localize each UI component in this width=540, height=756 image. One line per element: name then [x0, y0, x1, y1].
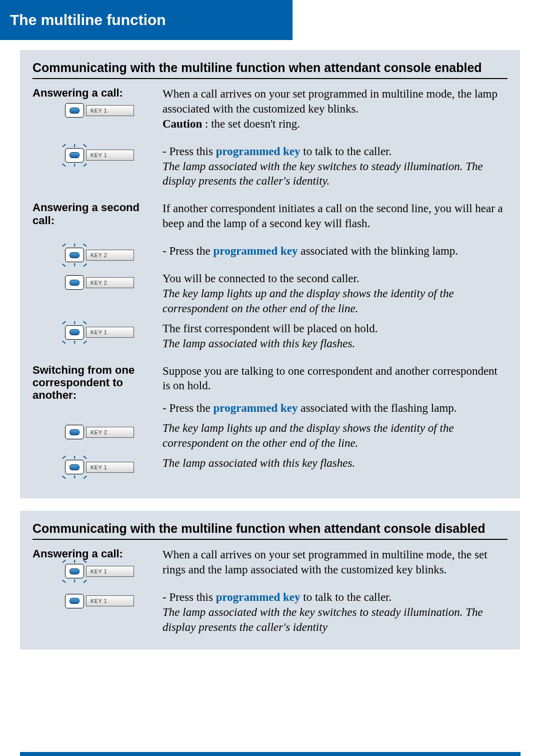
text: If another correspondent initiates a cal…: [162, 202, 503, 230]
key-icon-key1-steady: KEY 1: [65, 594, 162, 608]
text: - Press this: [162, 145, 216, 158]
text: to talk to the caller.: [300, 591, 392, 603]
lamp-icon: [65, 594, 84, 608]
key-icon-key1-flash: KEY 1: [65, 325, 162, 340]
text-italic: The lamp associated with the key switche…: [162, 160, 483, 188]
caution-text: : the set doesn't ring.: [202, 118, 300, 130]
text: to talk to the caller.: [300, 145, 392, 158]
text-italic: The lamp associated with this key flashe…: [162, 457, 355, 469]
lamp-icon: [65, 103, 84, 118]
page-footer: 44: [20, 752, 520, 756]
heading-answering: Answering a call:: [32, 87, 162, 99]
caution-label: Caution: [162, 118, 202, 130]
section-enabled: Communicating with the multiline functio…: [20, 50, 520, 498]
text: - Press this: [162, 591, 216, 603]
lamp-icon: [65, 275, 84, 290]
text: Suppose you are talking to one correspon…: [162, 365, 498, 392]
lamp-flash-icon: [65, 564, 84, 578]
lamp-icon: [65, 425, 84, 439]
lamp-flash-icon: [65, 148, 84, 163]
key-label: KEY 1: [86, 105, 134, 116]
key-icon-key1-steady: KEY 1: [65, 103, 162, 118]
key-icon-key1-flash: KEY 1: [65, 564, 162, 578]
key-icon-key2-steady: KEY 2: [65, 425, 162, 439]
text: When a call arrives on your set programm…: [162, 88, 498, 115]
text-italic: The key lamp lights up and the display s…: [162, 287, 454, 315]
key-label: KEY 1: [86, 462, 134, 473]
key-icon-key1-flash: KEY 1: [65, 148, 162, 163]
heading-answering-2: Answering a call:: [32, 547, 162, 560]
lamp-flash-icon: [65, 460, 84, 474]
key-icon-key2-flash: KEY 2: [65, 248, 162, 262]
key-icon-key2-steady: KEY 2: [65, 275, 162, 290]
text: - Press the: [162, 245, 214, 257]
page-content: Communicating with the multiline functio…: [0, 50, 540, 682]
lamp-flash-icon: [65, 325, 84, 340]
text-italic: The lamp associated with this key flashe…: [162, 337, 355, 350]
lamp-flash-icon: [65, 248, 84, 262]
text: When a call arrives on your set programm…: [162, 548, 488, 576]
link-programmed-key: programmed key: [216, 145, 300, 158]
text: You will be connected to the second call…: [162, 272, 360, 285]
key-label: KEY 1: [86, 327, 134, 338]
text: associated with the flashing lamp.: [298, 402, 456, 414]
heading-second-call: Answering a second call:: [32, 201, 162, 227]
key-label: KEY 2: [86, 277, 134, 288]
text: The first correspondent will be placed o…: [162, 322, 378, 335]
link-programmed-key: programmed key: [214, 402, 298, 414]
heading-switching: Switching from one correspondent to anot…: [32, 364, 162, 402]
key-label: KEY 2: [86, 427, 134, 438]
text-italic: The key lamp lights up and the display s…: [162, 422, 454, 449]
key-label: KEY 1: [86, 566, 134, 577]
chapter-title: The multiline function: [10, 12, 166, 28]
section-title-enabled: Communicating with the multiline functio…: [32, 60, 508, 79]
chapter-header: The multiline function: [0, 0, 292, 40]
text-italic: The lamp associated with the key switche…: [162, 606, 483, 633]
key-label: KEY 1: [86, 150, 134, 161]
key-label: KEY 1: [86, 595, 134, 606]
key-label: KEY 2: [86, 250, 134, 261]
link-programmed-key: programmed key: [214, 245, 298, 257]
section-title-disabled: Communicating with the multiline functio…: [32, 521, 508, 540]
text: - Press the: [162, 402, 214, 414]
text: associated with the blinking lamp.: [298, 245, 458, 257]
key-icon-key1-flash: KEY 1: [65, 460, 162, 474]
link-programmed-key: programmed key: [216, 591, 300, 603]
section-disabled: Communicating with the multiline functio…: [20, 511, 520, 649]
